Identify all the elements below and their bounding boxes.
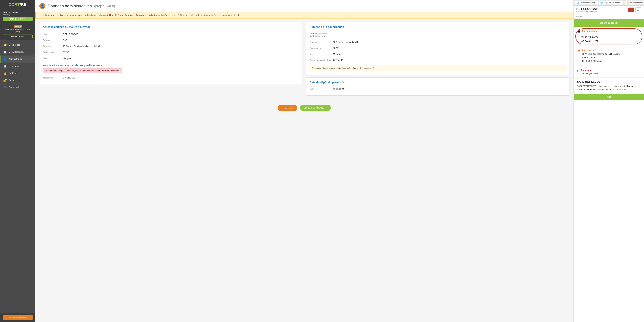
ville-value: Merignac <box>63 57 299 59</box>
surfaces-label: SURFACES / PLANS <box>304 107 324 109</box>
form-row-telephone: Téléphone 0766561198 <box>43 75 299 81</box>
sidebar-item-label: Mes attestations <box>8 51 24 53</box>
date-value: 16/06/2024 <box>333 88 344 90</box>
sidebar-item-attestations[interactable]: 📋 Mes attestations <box>0 48 35 55</box>
sidebar-item-commandes[interactable]: 🎮 Commandes <box>0 84 35 91</box>
form-row-adresse: Adresse 15 Avenue Des Martyrs De La Libé… <box>43 43 299 49</box>
cp-const-value: 33700 <box>333 47 339 49</box>
tab-label-2: Étape de pré-conne... <box>604 2 621 4</box>
user-name: BET LECOBAT <box>3 11 32 13</box>
sidebar-item-label: Enveloppe <box>8 65 19 67</box>
ville-label: Ville <box>43 57 63 59</box>
adresse-label: Adresse <box>43 45 63 47</box>
call-section: Appelez-nous <box>574 19 644 27</box>
commandes-icon: 🎮 <box>3 85 7 89</box>
sidebar-item-systemes[interactable]: 🔥 Systèmes <box>0 70 35 77</box>
pack-section: RE2020 Pack fin de travaux + ACV 439 €TT… <box>0 23 35 40</box>
user-email: contact@lecobat.fr <box>3 13 32 15</box>
sidebar-user-section: BET LECOBAT contact@lecobat.fr Mon profi… <box>0 9 35 23</box>
phone-icon: 📱 <box>577 29 581 33</box>
sidebar-nav: 📁 Mes projets 📋 Mes attestations 👤 Admin… <box>0 40 35 313</box>
nom-label: Nom <box>43 33 63 35</box>
courrier-contact-block: 📍 Par courrier 15 Avenue des martyrs de … <box>574 46 644 66</box>
email-address: contact[@]lecobat.fr <box>581 72 600 75</box>
prenom-label: Prénom <box>43 39 63 41</box>
form-row-ville: Ville Merignac <box>43 55 299 61</box>
projets-icon: 📁 <box>3 43 7 47</box>
overlay-menu-button[interactable]: ☰ <box>636 7 641 12</box>
page-header-icon: 👤 <box>39 3 45 9</box>
sidebar-item-options[interactable]: 🔐 Options <box>0 77 35 84</box>
tab-overflow: » <box>624 2 624 4</box>
retour-icon: ⬅ <box>282 107 284 109</box>
maitre-ouvrage-title: Adresse actuelle du maître d'ouvrage <box>43 25 299 28</box>
email-contact-block: ✉ Par e-mail contact[@]lecobat.fr <box>574 66 644 78</box>
overlay-logo: BET LECOBAT <box>576 7 598 11</box>
info-row-refs-cadastrales: Références cadastrales 232N614A <box>310 57 566 63</box>
overlay-logo-block: BET LECOBAT Bureau d'études thermiques <box>576 7 598 12</box>
sidebar-item-label: Mes projets <box>8 44 20 46</box>
courrier-header: 📍 Par courrier 15 Avenue des martyrs de … <box>577 49 641 63</box>
overlay-nav-sub: détails <box>574 14 644 19</box>
sidebar-item-administration[interactable]: 👤 Administration <box>0 55 35 62</box>
info-row-date: Date 16/06/2024 <box>310 86 566 92</box>
sidebar-item-projets[interactable]: 📁 Mes projets <box>0 41 35 48</box>
modify-pack-button[interactable]: Modifier de pack <box>3 34 32 38</box>
contact-section-title: Personne à contacter en cas de manque d'… <box>43 64 299 67</box>
browser-tab-etape[interactable]: 🌐 Étape de pré-conne... <box>599 1 623 5</box>
ville-const-label: Ville <box>310 53 333 55</box>
courrier-label: Par courrier <box>582 49 620 52</box>
sidebar-item-label: Systèmes <box>8 72 18 74</box>
info-note: Si vous ne disposez pas de cette informa… <box>310 65 566 71</box>
construction-card: Adresse de la construction Même identiti… <box>306 22 570 75</box>
sidebar-item-enveloppe[interactable]: 🏠 Enveloppe <box>0 62 35 70</box>
date-depot-card: Date de dépôt du permis (a Date 16/06/20… <box>306 77 570 96</box>
adresse-const-value: 15 Avenue Des Martyrs De <box>333 41 359 43</box>
main-area: 👤 Données administratives (projet 37468)… <box>35 0 644 322</box>
code-postal-label: Code postal <box>43 51 63 53</box>
pack-badge: RE2020 <box>14 25 22 28</box>
right-form: Adresse de la construction Même identiti… <box>306 22 570 98</box>
surfaces-button[interactable]: SURFACES / PLANS ➡ <box>300 105 331 111</box>
code-postal-value: 33700 <box>63 51 299 53</box>
form-row-prenom: Prénom SARL <box>43 37 299 43</box>
company-section: SARL BET LECOBAT SARL BET LECOBAT est un… <box>574 78 644 94</box>
alert-text: Il est important de saisir correctement … <box>40 14 241 16</box>
nom-value: BET LECOBAT <box>63 33 299 35</box>
content-body: Adresse actuelle du maître d'ouvrage Nom… <box>35 19 574 102</box>
overlay-user-button[interactable]: 👤 <box>628 7 634 12</box>
date-depot-title: Date de dépôt du permis (a <box>310 81 566 84</box>
left-form: Adresse actuelle du maître d'ouvrage Nom… <box>39 22 303 98</box>
sidebar-item-label: Commandes <box>8 86 21 88</box>
telephone-value: 0766561198 <box>63 76 299 79</box>
administration-icon: 👤 <box>3 57 7 61</box>
browser-tab-favoris[interactable]: 📁 Tous les favoris <box>625 1 644 5</box>
profile-button[interactable]: Mon profil (50%) <box>3 17 32 21</box>
courrier-address: 15 Avenue des martyrs de la libération,B… <box>582 52 620 63</box>
phone-type-header: 📱 Par téléphone <box>577 29 641 33</box>
overlay-logo-sub: Bureau d'études thermiques <box>576 11 598 12</box>
tab-icon-1: 🌐 <box>576 1 579 4</box>
courrier-icon: 📍 <box>577 49 581 53</box>
aide-button[interactable]: Aide <box>574 94 644 100</box>
phone-numbers: 07 66 56 11 98 09 80 64 42 77 <box>582 34 641 43</box>
systemes-icon: 🔥 <box>3 71 7 75</box>
info-row-cp-const: Code postal 33700 <box>310 45 566 51</box>
tab-label-1: Confirmation créati... <box>580 2 597 4</box>
browser-tab-confirmation[interactable]: 🌐 Confirmation créati... <box>575 1 598 5</box>
sidebar: CORT/RE BET LECOBAT contact@lecobat.fr M… <box>0 0 35 322</box>
retour-label: RETOUR <box>284 107 294 109</box>
contact-nous-button[interactable]: ✉ Contactez nous <box>3 315 32 320</box>
email-icon: ✉ <box>577 69 580 73</box>
sidebar-item-label: Administration <box>8 58 22 60</box>
tab-icon-2: 🌐 <box>600 1 603 4</box>
maitre-ouvrage-card: Adresse actuelle du maître d'ouvrage Nom… <box>39 22 303 84</box>
retour-button[interactable]: ⬅ RETOUR <box>278 105 297 111</box>
adresse-const-label: Adresse <box>310 41 333 43</box>
overlay-panel: 🌐 Confirmation créati... 🌐 Étape de pré-… <box>574 0 644 322</box>
phone-number-2: 09 80 64 42 77 <box>582 39 641 43</box>
email-label: Par e-mail <box>581 69 600 72</box>
bottom-nav: ⬅ RETOUR SURFACES / PLANS ➡ <box>35 102 574 114</box>
email-header: ✉ Par e-mail contact[@]lecobat.fr <box>577 69 641 75</box>
phone-type-label: Par téléphone <box>582 30 598 32</box>
